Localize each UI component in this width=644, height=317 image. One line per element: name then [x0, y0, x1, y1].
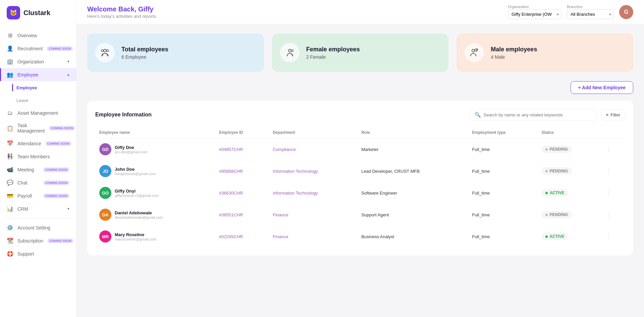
coming-soon-badge: COMING SOON [43, 167, 69, 172]
col-actions [602, 127, 625, 139]
table-row: DA Daniel Adebowale danieladebowale@gmai… [95, 204, 625, 226]
topbar-subtitle: Here's today's activities and reports. [87, 14, 501, 19]
sidebar-item-employee[interactable]: 👥 Employee ▴ [0, 68, 76, 81]
add-employee-button[interactable]: + Add New Employee [571, 81, 633, 94]
branch-label: Branches [567, 5, 614, 9]
stat-cards: Total employees 6 Employee Female employ… [87, 34, 633, 72]
table-header-row: Employee name Employee ID Department Rol… [95, 127, 625, 139]
filter-icon: ≡ [606, 112, 609, 117]
stat-title-male: Male employees [491, 46, 537, 53]
sidebar-item-account-setting[interactable]: ⚙️ Account Setting [0, 221, 76, 234]
recruitment-icon: 👤 [7, 45, 13, 52]
stat-card-female: Female employees 2 Female [272, 34, 449, 72]
male-employees-icon [469, 47, 480, 58]
employee-name: John Doe [115, 167, 156, 172]
department-cell: Information Technology [269, 160, 357, 182]
sidebar-item-label: Payroll [17, 193, 32, 199]
role-cell: Software Engineer [357, 182, 468, 204]
logo-area[interactable]: 🐱 Clustark [0, 0, 76, 25]
sidebar-item-payroll[interactable]: 💳 Payroll COMING SOON [0, 189, 76, 202]
stat-sub-female: 2 Female [306, 54, 360, 60]
chevron-down-icon: ▾ [67, 59, 69, 64]
sidebar-divider [5, 218, 71, 218]
employment-type-cell: Full_time [468, 204, 537, 226]
svg-point-1 [107, 50, 109, 52]
user-avatar[interactable]: G [619, 5, 633, 19]
sidebar-item-label: Account Setting [17, 225, 50, 230]
actions-cell[interactable]: ⋮ [602, 226, 625, 248]
organization-icon: 🏢 [7, 58, 13, 65]
female-employees-icon [284, 47, 295, 58]
sidebar-item-crm[interactable]: 📊 CRM ▾ [0, 202, 76, 215]
actions-cell[interactable]: ⋮ [602, 204, 625, 226]
stat-icon-wrap-total [95, 43, 115, 62]
col-employment-type: Employment type [468, 127, 537, 139]
sidebar-item-chat[interactable]: 💬 Chat COMING SOON [0, 176, 76, 189]
employee-name-group: Daniel Adebowale danieladebowale@gmail.c… [115, 210, 163, 219]
coming-soon-badge: COMING SOON [47, 46, 73, 51]
sidebar-item-subscription[interactable]: 📆 Subscription COMING SOON [0, 234, 76, 247]
more-actions-button[interactable]: ⋮ [606, 146, 612, 153]
sidebar-item-recruitment[interactable]: 👤 Recruitment COMING SOON [0, 42, 76, 55]
employee-name-cell: DA Daniel Adebowale danieladebowale@gmai… [95, 204, 215, 226]
meeting-icon: 📹 [7, 166, 13, 173]
employment-type-cell: Full_time [468, 160, 537, 182]
chat-icon: 💬 [7, 179, 13, 186]
sidebar-item-overview[interactable]: ⊞ Overview [0, 29, 76, 42]
sub-item-label: Leave [16, 98, 28, 103]
employee-icon: 👥 [7, 71, 13, 78]
sidebar-item-label: Support [17, 251, 34, 257]
search-icon: 🔍 [475, 112, 481, 118]
employee-id-cell: #36551CHR [215, 204, 269, 226]
actions-cell[interactable]: ⋮ [602, 182, 625, 204]
account-setting-icon: ⚙️ [7, 224, 13, 231]
employee-avatar: JD [99, 165, 111, 177]
status-badge: ACTIVE [541, 233, 568, 240]
organization-select[interactable]: Giffy Enterprise (OW [508, 9, 561, 19]
status-dot [545, 214, 548, 216]
employment-type-cell: Full_time [468, 182, 537, 204]
employee-name-group: Giffy Doe jon.doe@gmail.com [115, 145, 147, 154]
org-label: Organization [508, 5, 561, 9]
logo-icon: 🐱 [7, 6, 20, 19]
more-actions-button[interactable]: ⋮ [606, 189, 612, 197]
search-bar[interactable]: 🔍 [470, 109, 597, 121]
welcome-title: Welcome Back, Giffy [87, 5, 501, 13]
sidebar-item-task-management[interactable]: 📋 Task Management COMING SOON [0, 119, 76, 137]
actions-cell[interactable]: ⋮ [602, 139, 625, 160]
sidebar-item-asset-management[interactable]: 🗂 Asset Management [0, 107, 76, 119]
sidebar-sub-item-leave[interactable]: Leave [12, 94, 76, 107]
actions-cell[interactable]: ⋮ [602, 160, 625, 182]
org-select-group: Organization Giffy Enterprise (OW [508, 5, 561, 19]
role-cell: Marketer [357, 139, 468, 160]
svg-point-0 [104, 49, 106, 52]
employee-email: maryroseline@gmail.com [115, 237, 156, 241]
employee-id-cell: #04857CHR [215, 139, 269, 160]
col-department: Department [269, 127, 357, 139]
sidebar-item-organization[interactable]: 🏢 Organization ▾ [0, 55, 76, 68]
sidebar-item-attendance[interactable]: 📅 Attendance COMING SOON [0, 137, 76, 150]
table-head: Employee name Employee ID Department Rol… [95, 127, 625, 139]
more-actions-button[interactable]: ⋮ [606, 167, 612, 175]
branches-select[interactable]: All Branches [567, 9, 614, 19]
sidebar-item-meeting[interactable]: 📹 Meeting COMING SOON [0, 163, 76, 176]
employee-name: Giffy Doe [115, 145, 147, 150]
more-actions-button[interactable]: ⋮ [606, 211, 612, 218]
more-actions-button[interactable]: ⋮ [606, 233, 612, 240]
sidebar-item-team-members[interactable]: 👫 Team Members [0, 150, 76, 163]
employment-type-cell: Full_time [468, 139, 537, 160]
employee-table-section: Employee Information 🔍 ≡ Filter Employee [87, 101, 633, 256]
status-cell: PENDING [537, 160, 601, 182]
sidebar: 🐱 Clustark ⊞ Overview 👤 Recruitment COMI… [0, 0, 76, 317]
employee-id-cell: #02245CHR [215, 226, 269, 248]
sidebar-item-support[interactable]: 🛟 Support [0, 247, 76, 260]
svg-point-2 [101, 50, 103, 52]
sidebar-sub-item-employee[interactable]: Employee [12, 81, 76, 94]
employee-name: Mary Roseline [115, 232, 156, 237]
search-input[interactable] [484, 112, 592, 117]
stat-title-female: Female employees [306, 46, 360, 53]
coming-soon-badge: COMING SOON [43, 194, 69, 198]
stat-title-total: Total employees [121, 46, 168, 53]
filter-button[interactable]: ≡ Filter [601, 109, 625, 120]
add-button-row: + Add New Employee [87, 81, 633, 94]
